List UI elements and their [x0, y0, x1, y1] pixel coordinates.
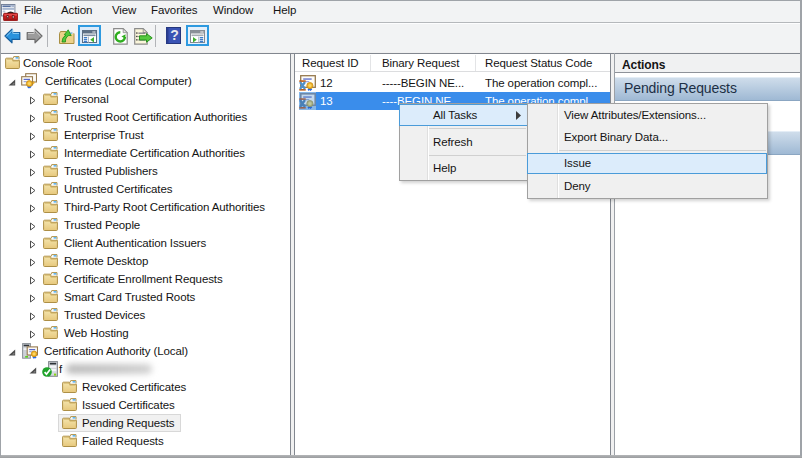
svg-text:?: ? [170, 27, 178, 43]
